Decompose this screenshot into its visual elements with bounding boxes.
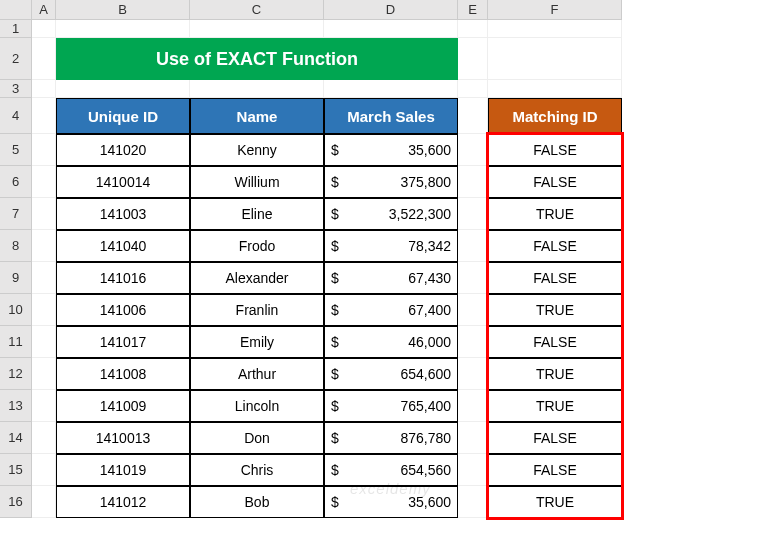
empty-cell[interactable] (56, 80, 190, 98)
data-cell-sales[interactable]: $67,430 (324, 262, 458, 294)
empty-cell[interactable] (32, 198, 56, 230)
col-header[interactable]: F (488, 0, 622, 20)
data-cell-match[interactable]: FALSE (488, 262, 622, 294)
data-cell-sales[interactable]: $375,800 (324, 166, 458, 198)
empty-cell[interactable] (458, 454, 488, 486)
data-cell-sales[interactable]: $35,600 (324, 134, 458, 166)
data-cell-match[interactable]: FALSE (488, 326, 622, 358)
row-header[interactable]: 4 (0, 98, 32, 134)
empty-cell[interactable] (488, 20, 622, 38)
data-cell-match[interactable]: TRUE (488, 486, 622, 518)
header-march-sales[interactable]: March Sales (324, 98, 458, 134)
empty-cell[interactable] (488, 38, 622, 80)
data-cell-id[interactable]: 141012 (56, 486, 190, 518)
data-cell-id[interactable]: 141019 (56, 454, 190, 486)
empty-cell[interactable] (32, 80, 56, 98)
data-cell-match[interactable]: TRUE (488, 198, 622, 230)
empty-cell[interactable] (190, 80, 324, 98)
empty-cell[interactable] (32, 326, 56, 358)
data-cell-match[interactable]: FALSE (488, 422, 622, 454)
empty-cell[interactable] (56, 20, 190, 38)
empty-cell[interactable] (32, 422, 56, 454)
empty-cell[interactable] (488, 80, 622, 98)
data-cell-id[interactable]: 141040 (56, 230, 190, 262)
col-header[interactable]: C (190, 0, 324, 20)
empty-cell[interactable] (458, 230, 488, 262)
data-cell-match[interactable]: FALSE (488, 230, 622, 262)
row-header[interactable]: 12 (0, 358, 32, 390)
data-cell-sales[interactable]: $654,560 (324, 454, 458, 486)
row-header[interactable]: 15 (0, 454, 32, 486)
data-cell-name[interactable]: Emily (190, 326, 324, 358)
empty-cell[interactable] (458, 38, 488, 80)
data-cell-name[interactable]: Frodo (190, 230, 324, 262)
row-header[interactable]: 5 (0, 134, 32, 166)
data-cell-name[interactable]: Bob (190, 486, 324, 518)
row-header[interactable]: 1 (0, 20, 32, 38)
row-header[interactable]: 10 (0, 294, 32, 326)
empty-cell[interactable] (458, 134, 488, 166)
empty-cell[interactable] (458, 198, 488, 230)
empty-cell[interactable] (32, 390, 56, 422)
empty-cell[interactable] (324, 80, 458, 98)
empty-cell[interactable] (32, 20, 56, 38)
row-header[interactable]: 16 (0, 486, 32, 518)
data-cell-id[interactable]: 141017 (56, 326, 190, 358)
col-header[interactable]: E (458, 0, 488, 20)
header-matching-id[interactable]: Matching ID (488, 98, 622, 134)
data-cell-id[interactable]: 141008 (56, 358, 190, 390)
data-cell-sales[interactable]: $3,522,300 (324, 198, 458, 230)
empty-cell[interactable] (458, 358, 488, 390)
data-cell-match[interactable]: TRUE (488, 294, 622, 326)
row-header[interactable]: 7 (0, 198, 32, 230)
data-cell-sales[interactable]: $35,600 (324, 486, 458, 518)
empty-cell[interactable] (324, 20, 458, 38)
data-cell-sales[interactable]: $876,780 (324, 422, 458, 454)
empty-cell[interactable] (32, 454, 56, 486)
empty-cell[interactable] (190, 20, 324, 38)
data-cell-id[interactable]: 1410013 (56, 422, 190, 454)
data-cell-id[interactable]: 141020 (56, 134, 190, 166)
empty-cell[interactable] (458, 166, 488, 198)
data-cell-match[interactable]: TRUE (488, 390, 622, 422)
header-name[interactable]: Name (190, 98, 324, 134)
data-cell-id[interactable]: 141009 (56, 390, 190, 422)
col-header[interactable]: A (32, 0, 56, 20)
empty-cell[interactable] (32, 294, 56, 326)
data-cell-sales[interactable]: $67,400 (324, 294, 458, 326)
data-cell-sales[interactable]: $78,342 (324, 230, 458, 262)
empty-cell[interactable] (458, 20, 488, 38)
row-header[interactable]: 3 (0, 80, 32, 98)
empty-cell[interactable] (32, 358, 56, 390)
col-header[interactable]: D (324, 0, 458, 20)
empty-cell[interactable] (458, 422, 488, 454)
data-cell-name[interactable]: Franlin (190, 294, 324, 326)
row-header[interactable]: 9 (0, 262, 32, 294)
empty-cell[interactable] (458, 262, 488, 294)
data-cell-sales[interactable]: $765,400 (324, 390, 458, 422)
title-cell[interactable]: Use of EXACT Function (56, 38, 458, 80)
empty-cell[interactable] (32, 134, 56, 166)
data-cell-name[interactable]: Alexander (190, 262, 324, 294)
empty-cell[interactable] (458, 80, 488, 98)
empty-cell[interactable] (458, 294, 488, 326)
data-cell-name[interactable]: Eline (190, 198, 324, 230)
empty-cell[interactable] (32, 486, 56, 518)
empty-cell[interactable] (32, 230, 56, 262)
row-header[interactable]: 2 (0, 38, 32, 80)
row-header[interactable]: 13 (0, 390, 32, 422)
data-cell-id[interactable]: 141003 (56, 198, 190, 230)
data-cell-match[interactable]: FALSE (488, 454, 622, 486)
data-cell-name[interactable]: Lincoln (190, 390, 324, 422)
data-cell-sales[interactable]: $46,000 (324, 326, 458, 358)
data-cell-name[interactable]: Chris (190, 454, 324, 486)
data-cell-name[interactable]: Arthur (190, 358, 324, 390)
data-cell-id[interactable]: 141016 (56, 262, 190, 294)
empty-cell[interactable] (32, 98, 56, 134)
header-unique-id[interactable]: Unique ID (56, 98, 190, 134)
data-cell-match[interactable]: TRUE (488, 358, 622, 390)
empty-cell[interactable] (458, 326, 488, 358)
col-header[interactable]: B (56, 0, 190, 20)
row-header[interactable]: 6 (0, 166, 32, 198)
row-header[interactable]: 14 (0, 422, 32, 454)
